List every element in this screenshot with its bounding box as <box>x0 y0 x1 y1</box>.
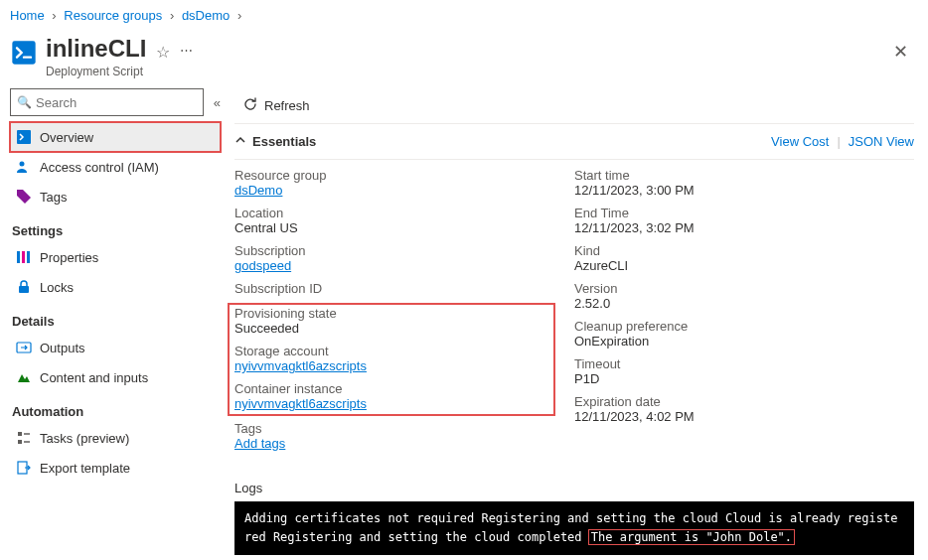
page-subtitle: Deployment Script <box>46 65 146 78</box>
sidebar-item-label: Tags <box>40 190 67 205</box>
sidebar-item-label: Access control (IAM) <box>40 160 159 175</box>
logs-text-pre: Adding certificates not required Registe… <box>244 511 897 544</box>
sidebar-item-label: Locks <box>40 280 74 295</box>
properties-icon <box>16 249 32 265</box>
sidebar-item-label: Tasks (preview) <box>40 431 129 446</box>
refresh-icon <box>242 96 258 115</box>
value-tags[interactable]: Add tags <box>234 436 285 451</box>
essentials-header[interactable]: Essentials View Cost | JSON View <box>234 124 914 160</box>
value-version: 2.52.0 <box>574 296 894 311</box>
svg-rect-5 <box>22 251 25 263</box>
breadcrumb-rg[interactable]: dsDemo <box>182 8 230 23</box>
value-storage[interactable]: nyivvmvagktl6azscripts <box>234 358 367 373</box>
label-subscription: Subscription <box>234 243 554 258</box>
label-location: Location <box>234 206 554 220</box>
sidebar-item-locks[interactable]: Locks <box>10 272 221 302</box>
more-icon[interactable]: ⋯ <box>180 43 193 58</box>
breadcrumb-home[interactable]: Home <box>10 8 45 23</box>
label-container: Container instance <box>234 381 548 396</box>
sidebar-item-properties[interactable]: Properties <box>10 242 221 272</box>
svg-rect-0 <box>12 41 35 64</box>
sidebar-item-label: Overview <box>40 130 93 145</box>
label-end: End Time <box>574 206 894 220</box>
sidebar-item-label: Export template <box>40 461 130 476</box>
value-provisioning: Succeeded <box>234 321 548 336</box>
lock-icon <box>16 279 32 295</box>
collapse-sidebar-icon[interactable]: « <box>214 95 221 110</box>
search-input[interactable] <box>36 95 197 110</box>
label-start: Start time <box>574 168 894 183</box>
label-timeout: Timeout <box>574 356 894 371</box>
value-container[interactable]: nyivvmvagktl6azscripts <box>234 396 367 411</box>
deployment-script-icon <box>10 39 38 67</box>
sidebar-item-access-control[interactable]: Access control (IAM) <box>10 152 221 182</box>
breadcrumb-resource-groups[interactable]: Resource groups <box>64 8 162 23</box>
sidebar-header-details: Details <box>10 314 221 329</box>
close-icon[interactable]: ✕ <box>893 41 908 63</box>
sidebar-item-outputs[interactable]: Outputs <box>10 333 221 362</box>
page-title: inlineCLI <box>46 35 146 63</box>
chevron-right-icon: › <box>170 8 174 23</box>
label-storage: Storage account <box>234 344 548 358</box>
search-icon: 🔍 <box>17 95 32 109</box>
chevron-right-icon: › <box>52 8 56 23</box>
sidebar-item-label: Outputs <box>40 341 85 355</box>
highlighted-deployment-info: Provisioning state Succeeded Storage acc… <box>229 304 554 415</box>
sidebar-item-export-template[interactable]: Export template <box>10 453 221 483</box>
sidebar: 🔍 « Overview Access control (IAM) Tags S… <box>0 88 229 555</box>
tasks-icon <box>16 430 32 446</box>
view-cost-link[interactable]: View Cost <box>771 134 829 149</box>
favorite-icon[interactable]: ☆ <box>156 43 170 62</box>
svg-rect-9 <box>18 432 22 436</box>
logs-highlight: The argument is "John Dole". <box>589 530 794 544</box>
outputs-icon <box>16 340 32 355</box>
chevron-right-icon: › <box>237 8 241 23</box>
value-timeout: P1D <box>574 371 894 386</box>
logs-header: Logs <box>234 481 914 495</box>
sidebar-item-overview[interactable]: Overview <box>10 122 221 152</box>
value-subscription[interactable]: godspeed <box>234 258 291 273</box>
breadcrumb: Home › Resource groups › dsDemo › <box>0 0 928 31</box>
label-provisioning: Provisioning state <box>234 306 548 321</box>
label-tags: Tags <box>234 421 554 436</box>
divider: | <box>837 134 840 149</box>
people-icon <box>16 159 32 175</box>
value-location: Central US <box>234 220 554 235</box>
essentials-label: Essentials <box>252 134 316 149</box>
label-subscription-id: Subscription ID <box>234 281 554 296</box>
svg-point-3 <box>20 162 25 167</box>
sidebar-item-tags[interactable]: Tags <box>10 182 221 211</box>
label-resource-group: Resource group <box>234 168 554 183</box>
search-box[interactable]: 🔍 <box>10 88 204 116</box>
export-icon <box>16 460 32 476</box>
sidebar-header-automation: Automation <box>10 404 221 419</box>
label-version: Version <box>574 281 894 296</box>
sidebar-item-tasks[interactable]: Tasks (preview) <box>10 423 221 453</box>
sidebar-item-content-inputs[interactable]: Content and inputs <box>10 362 221 392</box>
sidebar-header-settings: Settings <box>10 223 221 238</box>
logs-output: Adding certificates not required Registe… <box>234 501 914 555</box>
svg-rect-4 <box>17 251 20 263</box>
page-header: inlineCLI Deployment Script ☆ ⋯ ✕ <box>0 31 928 88</box>
refresh-label: Refresh <box>264 98 310 113</box>
refresh-button[interactable]: Refresh <box>234 88 318 123</box>
main-pane: Refresh Essentials View Cost | JSON View… <box>229 88 928 555</box>
sidebar-item-label: Content and inputs <box>40 370 148 385</box>
svg-rect-10 <box>18 440 22 444</box>
chevron-up-icon <box>234 134 246 149</box>
essentials-body: Resource group dsDemo Location Central U… <box>234 160 914 471</box>
value-resource-group[interactable]: dsDemo <box>234 183 282 198</box>
overview-icon <box>16 129 32 145</box>
svg-rect-6 <box>27 251 30 263</box>
toolbar: Refresh <box>234 88 914 124</box>
label-cleanup: Cleanup preference <box>574 319 894 334</box>
label-expiration: Expiration date <box>574 394 894 409</box>
value-end: 12/11/2023, 3:02 PM <box>574 220 894 235</box>
value-expiration: 12/11/2023, 4:02 PM <box>574 409 894 424</box>
json-view-link[interactable]: JSON View <box>849 134 914 149</box>
tag-icon <box>16 189 32 205</box>
content-icon <box>16 369 32 385</box>
value-cleanup: OnExpiration <box>574 334 894 349</box>
value-start: 12/11/2023, 3:00 PM <box>574 183 894 198</box>
sidebar-item-label: Properties <box>40 250 98 265</box>
